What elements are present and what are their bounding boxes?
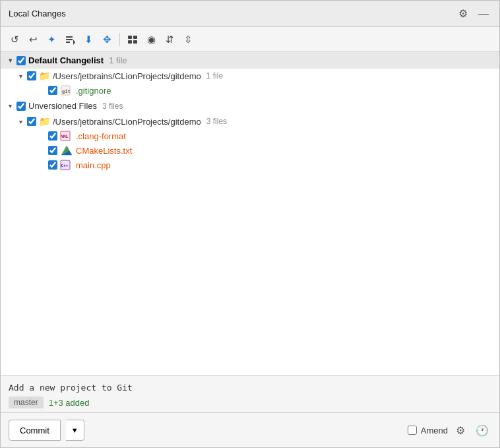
svg-rect-1 bbox=[66, 39, 73, 40]
group-button[interactable] bbox=[124, 31, 141, 48]
title-bar-actions: ⚙ — bbox=[456, 6, 491, 21]
cmakelists-filename: CMakeLists.txt bbox=[76, 146, 132, 156]
commit-message-text: Add a new project to Git bbox=[9, 383, 491, 393]
svg-rect-6 bbox=[128, 40, 132, 44]
revert-button[interactable]: ↩ bbox=[24, 31, 42, 48]
added-text: 1+3 added bbox=[49, 398, 90, 408]
minimize-icon: — bbox=[478, 8, 489, 20]
default-changelist-chevron: ▾ bbox=[6, 57, 14, 64]
amend-label: Amend bbox=[421, 426, 448, 435]
unversioned-path-count: 3 files bbox=[206, 117, 227, 126]
clang-format-filename: .clang-format bbox=[76, 131, 126, 141]
settings-icon: ⚙ bbox=[458, 7, 468, 20]
expand-button[interactable]: ⇵ bbox=[161, 31, 178, 48]
svg-rect-5 bbox=[133, 36, 137, 39]
title-bar: Local Changes ⚙ — bbox=[1, 1, 499, 27]
unversioned-label: Unversioned Files bbox=[28, 101, 97, 111]
default-changelist-label: Default Changelist bbox=[28, 55, 104, 65]
gitignore-checkbox[interactable] bbox=[48, 86, 57, 95]
minimize-button[interactable]: — bbox=[476, 6, 491, 21]
commit-settings-button[interactable]: ⚙ bbox=[453, 423, 468, 438]
gitignore-icon: git bbox=[60, 85, 73, 96]
dropdown-arrow-icon: ▼ bbox=[71, 426, 78, 434]
unversioned-folder-icon: 📁 bbox=[39, 116, 50, 127]
svg-text:C++: C++ bbox=[61, 163, 69, 168]
settings-icon-button[interactable]: ⚙ bbox=[456, 6, 470, 21]
folder-icon: 📁 bbox=[39, 71, 50, 81]
move-button[interactable] bbox=[61, 31, 78, 48]
default-changelist-count: 1 file bbox=[109, 55, 127, 65]
refresh-button[interactable]: ↺ bbox=[6, 31, 23, 48]
yml-icon: YML bbox=[60, 131, 73, 141]
commit-history-button[interactable]: 🕐 bbox=[473, 423, 491, 438]
main-cpp-row: C++ main.cpp bbox=[1, 158, 499, 172]
commit-dropdown-button[interactable]: ▼ bbox=[66, 420, 84, 441]
unversioned-checkbox[interactable] bbox=[16, 102, 26, 111]
unversioned-chevron: ▾ bbox=[6, 102, 14, 110]
main-cpp-checkbox[interactable] bbox=[48, 160, 57, 170]
commit-button[interactable]: Commit bbox=[9, 420, 61, 441]
commit-message-area: Add a new project to Git master 1+3 adde… bbox=[1, 376, 499, 413]
gitignore-row: git .gitignore bbox=[1, 83, 499, 98]
unversioned-path-checkbox[interactable] bbox=[27, 117, 36, 126]
view-options-button[interactable]: ◉ bbox=[142, 31, 160, 48]
commit-settings-icon: ⚙ bbox=[456, 425, 465, 436]
file-tree: ▾ Default Changelist 1 file ▾ 📁 /Users/j… bbox=[1, 52, 499, 376]
cmake-icon bbox=[60, 145, 73, 156]
main-cpp-filename: main.cpp bbox=[76, 160, 111, 170]
clang-format-checkbox[interactable] bbox=[48, 131, 57, 141]
toolbar-separator bbox=[119, 33, 120, 46]
default-changelist-path-row: ▾ 📁 /Users/jetbrains/CLionProjects/gitde… bbox=[1, 69, 499, 83]
update-button[interactable]: ⬇ bbox=[80, 31, 97, 48]
unversioned-files-header[interactable]: ▾ Unversioned Files 3 files bbox=[1, 98, 499, 114]
amend-row: Amend bbox=[408, 426, 448, 435]
default-path-count: 1 file bbox=[206, 71, 223, 80]
branch-row: master 1+3 added bbox=[9, 397, 491, 408]
default-path-checkbox[interactable] bbox=[27, 71, 36, 80]
action-bar: Commit ▼ Amend ⚙ 🕐 bbox=[1, 413, 499, 447]
cpp-icon: C++ bbox=[60, 160, 73, 170]
branch-badge: master bbox=[9, 397, 44, 408]
default-changelist-header[interactable]: ▾ Default Changelist 1 file bbox=[1, 52, 499, 69]
svg-text:YML: YML bbox=[61, 134, 69, 139]
svg-marker-3 bbox=[73, 40, 75, 45]
svg-rect-2 bbox=[66, 42, 70, 43]
default-path-text: /Users/jetbrains/CLionProjects/gitdemo bbox=[53, 71, 201, 81]
apply-patch-button[interactable]: ✥ bbox=[98, 31, 115, 48]
panel-title: Local Changes bbox=[9, 9, 66, 18]
default-changelist-checkbox[interactable] bbox=[16, 56, 26, 65]
amend-checkbox[interactable] bbox=[408, 426, 417, 435]
unversioned-count: 3 files bbox=[102, 102, 123, 111]
clock-icon: 🕐 bbox=[476, 425, 489, 436]
move-icon bbox=[65, 34, 75, 45]
default-path-chevron: ▾ bbox=[16, 73, 24, 80]
gitignore-filename: .gitignore bbox=[76, 86, 111, 96]
collapse-button[interactable]: ⇳ bbox=[179, 31, 197, 48]
clang-format-row: YML .clang-format bbox=[1, 129, 499, 143]
toolbar: ↺ ↩ ✦ ⬇ ✥ ◉ ⇵ ⇳ bbox=[1, 27, 499, 52]
group-icon bbox=[127, 34, 138, 45]
svg-text:git: git bbox=[62, 89, 71, 94]
svg-rect-7 bbox=[133, 40, 137, 44]
cmakelists-row: CMakeLists.txt bbox=[1, 143, 499, 158]
svg-rect-4 bbox=[128, 36, 132, 39]
unversioned-path-text: /Users/jetbrains/CLionProjects/gitdemo bbox=[53, 117, 201, 127]
unversioned-path-chevron: ▾ bbox=[16, 118, 24, 125]
cmakelists-checkbox[interactable] bbox=[48, 146, 57, 155]
unversioned-path-row: ▾ 📁 /Users/jetbrains/CLionProjects/gitde… bbox=[1, 114, 499, 129]
svg-rect-0 bbox=[66, 36, 73, 38]
new-changelist-button[interactable]: ✦ bbox=[43, 31, 60, 48]
